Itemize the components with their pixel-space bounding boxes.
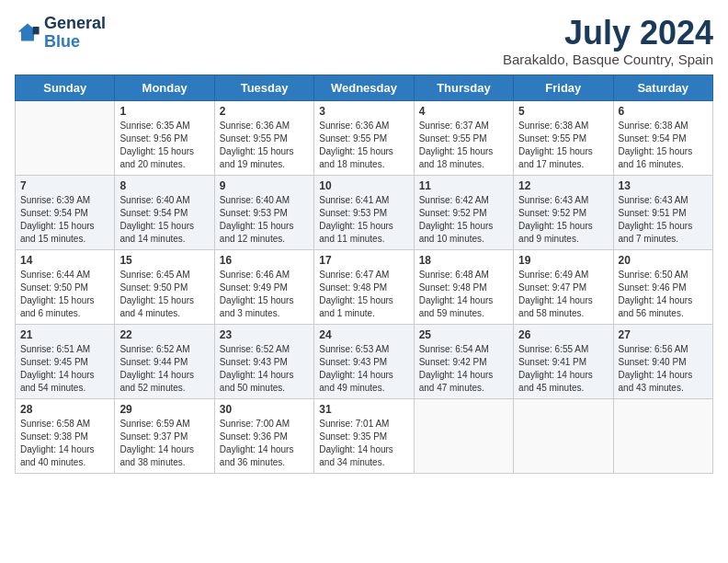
day-number: 9 [220, 179, 309, 192]
day-info: Sunrise: 6:59 AM Sunset: 9:37 PM Dayligh… [119, 418, 209, 469]
calendar-cell: 3Sunrise: 6:36 AM Sunset: 9:55 PM Daylig… [314, 100, 414, 175]
day-info: Sunrise: 6:51 AM Sunset: 9:45 PM Dayligh… [20, 343, 109, 395]
calendar-cell [514, 398, 613, 473]
calendar-cell: 27Sunrise: 6:56 AM Sunset: 9:40 PM Dayli… [613, 324, 712, 398]
calendar-cell: 19Sunrise: 6:49 AM Sunset: 9:47 PM Dayli… [514, 249, 613, 324]
day-number: 5 [518, 105, 608, 118]
day-number: 26 [518, 328, 608, 341]
day-info: Sunrise: 6:46 AM Sunset: 9:49 PM Dayligh… [220, 269, 309, 320]
calendar-table: SundayMondayTuesdayWednesdayThursdayFrid… [15, 75, 713, 474]
calendar-cell [16, 100, 115, 175]
logo: General Blue [15, 15, 106, 52]
day-info: Sunrise: 6:40 AM Sunset: 9:54 PM Dayligh… [119, 194, 209, 246]
calendar-week-row: 1Sunrise: 6:35 AM Sunset: 9:56 PM Daylig… [16, 100, 713, 175]
day-number: 12 [518, 179, 608, 192]
logo-text: General Blue [44, 15, 106, 52]
day-number: 1 [119, 105, 209, 118]
day-info: Sunrise: 6:36 AM Sunset: 9:55 PM Dayligh… [319, 120, 408, 171]
logo-line1: General [44, 15, 106, 33]
calendar-cell: 31Sunrise: 7:01 AM Sunset: 9:35 PM Dayli… [314, 398, 414, 473]
day-number: 11 [419, 179, 508, 192]
day-info: Sunrise: 6:41 AM Sunset: 9:53 PM Dayligh… [319, 194, 408, 246]
day-number: 28 [20, 403, 109, 416]
calendar-cell [613, 398, 712, 473]
day-info: Sunrise: 6:52 AM Sunset: 9:43 PM Dayligh… [220, 343, 309, 395]
calendar-cell: 10Sunrise: 6:41 AM Sunset: 9:53 PM Dayli… [314, 175, 414, 249]
day-info: Sunrise: 6:58 AM Sunset: 9:38 PM Dayligh… [20, 418, 109, 469]
day-number: 2 [220, 105, 309, 118]
day-number: 6 [619, 105, 708, 118]
calendar-cell: 6Sunrise: 6:38 AM Sunset: 9:54 PM Daylig… [613, 100, 712, 175]
day-info: Sunrise: 6:38 AM Sunset: 9:54 PM Dayligh… [619, 120, 708, 171]
calendar-cell: 26Sunrise: 6:55 AM Sunset: 9:41 PM Dayli… [514, 324, 613, 398]
weekday-header-monday: Monday [115, 75, 214, 100]
calendar-cell: 7Sunrise: 6:39 AM Sunset: 9:54 PM Daylig… [16, 175, 115, 249]
calendar-cell: 13Sunrise: 6:43 AM Sunset: 9:51 PM Dayli… [613, 175, 712, 249]
day-number: 3 [319, 105, 408, 118]
calendar-week-row: 21Sunrise: 6:51 AM Sunset: 9:45 PM Dayli… [16, 324, 713, 398]
calendar-cell: 29Sunrise: 6:59 AM Sunset: 9:37 PM Dayli… [115, 398, 214, 473]
day-number: 8 [119, 179, 209, 192]
calendar-cell: 28Sunrise: 6:58 AM Sunset: 9:38 PM Dayli… [16, 398, 115, 473]
day-info: Sunrise: 6:40 AM Sunset: 9:53 PM Dayligh… [220, 194, 309, 246]
calendar-cell: 9Sunrise: 6:40 AM Sunset: 9:53 PM Daylig… [214, 175, 313, 249]
day-info: Sunrise: 6:47 AM Sunset: 9:48 PM Dayligh… [319, 269, 408, 320]
day-info: Sunrise: 6:56 AM Sunset: 9:40 PM Dayligh… [619, 343, 708, 395]
calendar-cell: 1Sunrise: 6:35 AM Sunset: 9:56 PM Daylig… [115, 100, 214, 175]
weekday-header-saturday: Saturday [613, 75, 712, 100]
day-info: Sunrise: 6:35 AM Sunset: 9:56 PM Dayligh… [119, 120, 209, 171]
location-subtitle: Barakaldo, Basque Country, Spain [503, 52, 713, 67]
day-number: 19 [518, 254, 608, 267]
day-number: 18 [419, 254, 508, 267]
day-info: Sunrise: 7:01 AM Sunset: 9:35 PM Dayligh… [319, 418, 408, 469]
day-info: Sunrise: 7:00 AM Sunset: 9:36 PM Dayligh… [220, 418, 309, 469]
day-number: 20 [619, 254, 708, 267]
day-info: Sunrise: 6:44 AM Sunset: 9:50 PM Dayligh… [20, 269, 109, 320]
day-number: 22 [119, 328, 209, 341]
day-number: 27 [619, 328, 708, 341]
day-number: 7 [20, 179, 109, 192]
calendar-cell: 30Sunrise: 7:00 AM Sunset: 9:36 PM Dayli… [214, 398, 313, 473]
calendar-cell: 23Sunrise: 6:52 AM Sunset: 9:43 PM Dayli… [214, 324, 313, 398]
weekday-header-wednesday: Wednesday [314, 75, 414, 100]
calendar-cell: 24Sunrise: 6:53 AM Sunset: 9:43 PM Dayli… [314, 324, 414, 398]
calendar-cell: 21Sunrise: 6:51 AM Sunset: 9:45 PM Dayli… [16, 324, 115, 398]
calendar-cell: 18Sunrise: 6:48 AM Sunset: 9:48 PM Dayli… [414, 249, 513, 324]
calendar-cell: 4Sunrise: 6:37 AM Sunset: 9:55 PM Daylig… [414, 100, 513, 175]
calendar-cell: 15Sunrise: 6:45 AM Sunset: 9:50 PM Dayli… [115, 249, 214, 324]
day-info: Sunrise: 6:49 AM Sunset: 9:47 PM Dayligh… [518, 269, 608, 320]
title-block: July 2024 Barakaldo, Basque Country, Spa… [503, 15, 713, 67]
day-number: 25 [419, 328, 508, 341]
day-number: 23 [220, 328, 309, 341]
calendar-cell: 2Sunrise: 6:36 AM Sunset: 9:55 PM Daylig… [214, 100, 313, 175]
day-info: Sunrise: 6:53 AM Sunset: 9:43 PM Dayligh… [319, 343, 408, 395]
day-number: 17 [319, 254, 408, 267]
day-number: 10 [319, 179, 408, 192]
day-info: Sunrise: 6:38 AM Sunset: 9:55 PM Dayligh… [518, 120, 608, 171]
calendar-week-row: 14Sunrise: 6:44 AM Sunset: 9:50 PM Dayli… [16, 249, 713, 324]
day-number: 13 [619, 179, 708, 192]
calendar-cell: 5Sunrise: 6:38 AM Sunset: 9:55 PM Daylig… [514, 100, 613, 175]
day-info: Sunrise: 6:52 AM Sunset: 9:44 PM Dayligh… [119, 343, 209, 395]
day-info: Sunrise: 6:36 AM Sunset: 9:55 PM Dayligh… [220, 120, 309, 171]
calendar-cell: 22Sunrise: 6:52 AM Sunset: 9:44 PM Dayli… [115, 324, 214, 398]
day-number: 14 [20, 254, 109, 267]
month-title: July 2024 [503, 15, 713, 52]
calendar-cell: 14Sunrise: 6:44 AM Sunset: 9:50 PM Dayli… [16, 249, 115, 324]
day-number: 4 [419, 105, 508, 118]
logo-icon [15, 20, 40, 46]
day-number: 30 [220, 403, 309, 416]
weekday-header-tuesday: Tuesday [214, 75, 313, 100]
day-info: Sunrise: 6:50 AM Sunset: 9:46 PM Dayligh… [619, 269, 708, 320]
calendar-week-row: 28Sunrise: 6:58 AM Sunset: 9:38 PM Dayli… [16, 398, 713, 473]
day-info: Sunrise: 6:43 AM Sunset: 9:52 PM Dayligh… [518, 194, 608, 246]
calendar-header-row: SundayMondayTuesdayWednesdayThursdayFrid… [16, 75, 713, 100]
weekday-header-thursday: Thursday [414, 75, 513, 100]
day-info: Sunrise: 6:39 AM Sunset: 9:54 PM Dayligh… [20, 194, 109, 246]
day-info: Sunrise: 6:37 AM Sunset: 9:55 PM Dayligh… [419, 120, 508, 171]
day-number: 24 [319, 328, 408, 341]
weekday-header-friday: Friday [514, 75, 613, 100]
day-info: Sunrise: 6:54 AM Sunset: 9:42 PM Dayligh… [419, 343, 508, 395]
day-info: Sunrise: 6:43 AM Sunset: 9:51 PM Dayligh… [619, 194, 708, 246]
day-number: 29 [119, 403, 209, 416]
